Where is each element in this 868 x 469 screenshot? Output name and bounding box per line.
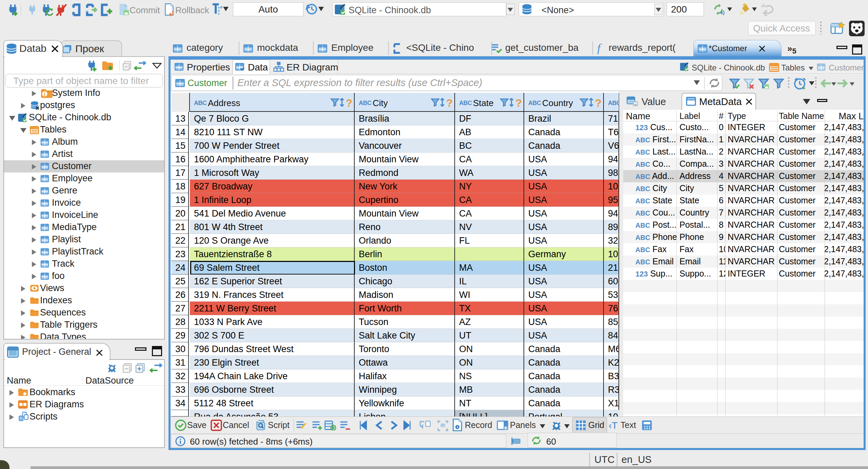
svg-text:i: i: [44, 91, 46, 97]
svg-text:f: f: [597, 42, 602, 54]
